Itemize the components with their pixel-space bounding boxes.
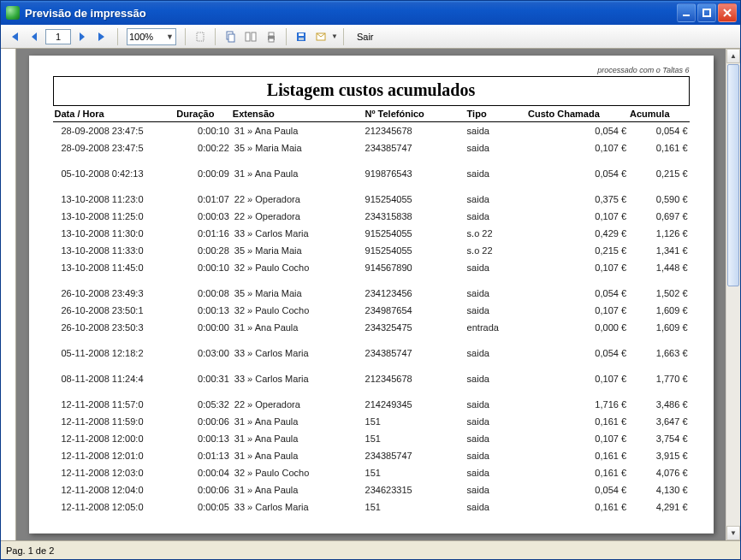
- table-row: 13-10-2008 11:45:00:00:1032 » Paulo Coch…: [53, 259, 690, 276]
- zoom-value: 100%: [129, 32, 153, 42]
- table-row: 12-11-2008 11:57:00:05:3222 » Operadora2…: [53, 396, 690, 413]
- table-row: 12-11-2008 12:05:00:00:0533 » Carlos Mar…: [53, 498, 690, 516]
- svg-rect-9: [269, 38, 274, 42]
- table-header-row: Data / Hora Duração Extensão Nº Telefóni…: [53, 106, 690, 122]
- table-row: 26-10-2008 23:50:10:00:1332 » Paulo Coch…: [53, 302, 690, 319]
- cell-date: 13-10-2008 11:23:0: [53, 191, 175, 208]
- svg-rect-8: [269, 32, 274, 36]
- page-viewport[interactable]: processado com o Taltas 6 Listagem custo…: [16, 49, 726, 540]
- cell-extension: 33 » Carlos Maria: [231, 225, 364, 242]
- prev-page-button[interactable]: [25, 27, 44, 46]
- zoom-select[interactable]: 100% ▼: [127, 28, 176, 45]
- cell-extension: 22 » Operadora: [231, 208, 364, 225]
- report-table: Data / Hora Duração Extensão Nº Telefóni…: [53, 105, 690, 516]
- save-button[interactable]: [292, 27, 311, 46]
- cell-date: 26-10-2008 23:50:3: [53, 319, 175, 336]
- separator: [117, 28, 118, 45]
- separator: [343, 28, 344, 45]
- cell-phone: 212345678: [364, 122, 465, 140]
- cell-accum: 0,161 €: [628, 139, 689, 156]
- cell-extension: 33 » Carlos Maria: [231, 345, 364, 362]
- table-row: 26-10-2008 23:50:30:00:0031 » Ana Paula2…: [53, 319, 690, 336]
- cell-extension: 31 » Ana Paula: [231, 122, 364, 140]
- table-row: 12-11-2008 12:01:00:01:1331 » Ana Paula2…: [53, 447, 690, 464]
- svg-rect-6: [252, 32, 256, 41]
- cell-type: saida: [465, 464, 526, 481]
- cell-accum: 3,754 €: [628, 430, 689, 447]
- scroll-up-button[interactable]: ▲: [726, 49, 740, 63]
- cell-duration: 0:00:28: [175, 242, 230, 259]
- vertical-scrollbar[interactable]: ▲ ▼: [726, 49, 740, 540]
- cell-type: saida: [465, 481, 526, 498]
- cell-type: saida: [465, 285, 526, 302]
- cell-cost: 0,375 €: [526, 191, 628, 208]
- maximize-button[interactable]: [697, 3, 716, 22]
- cell-duration: 0:00:22: [175, 139, 230, 156]
- cell-extension: 33 » Carlos Maria: [231, 370, 364, 387]
- cell-type: s.o 22: [465, 225, 526, 242]
- cell-date: 28-09-2008 23:47:5: [53, 139, 175, 156]
- cell-accum: 1,609 €: [628, 302, 689, 319]
- cell-accum: 1,126 €: [628, 225, 689, 242]
- svg-rect-11: [299, 33, 304, 36]
- next-page-button[interactable]: [73, 27, 92, 46]
- cell-duration: 0:03:00: [175, 345, 230, 362]
- group-gap: [53, 276, 690, 285]
- first-page-button[interactable]: [4, 27, 23, 46]
- cell-phone: 919876543: [364, 165, 465, 182]
- scroll-track[interactable]: [726, 63, 740, 526]
- print-button[interactable]: [262, 27, 281, 46]
- table-row: 05-10-2008 0:42:130:00:0931 » Ana Paula9…: [53, 165, 690, 182]
- copy-button[interactable]: [221, 27, 240, 46]
- print-preview-window: Previsão de impressão 100: [0, 0, 741, 560]
- vertical-ruler: [1, 49, 16, 540]
- cell-extension: 35 » Maria Maia: [231, 242, 364, 259]
- page-number-input[interactable]: [45, 29, 71, 44]
- col-extension: Extensão: [231, 106, 364, 122]
- cell-date: 12-11-2008 12:00:0: [53, 430, 175, 447]
- table-row: 08-11-2008 11:24:40:00:3133 » Carlos Mar…: [53, 370, 690, 387]
- cell-duration: 0:00:08: [175, 285, 230, 302]
- email-button[interactable]: [312, 27, 331, 46]
- cell-duration: 0:00:03: [175, 208, 230, 225]
- minimize-button[interactable]: [677, 3, 696, 22]
- cell-extension: 32 » Paulo Cocho: [231, 302, 364, 319]
- scroll-thumb[interactable]: [727, 64, 739, 286]
- cell-date: 13-10-2008 11:45:0: [53, 259, 175, 276]
- cell-accum: 1,341 €: [628, 242, 689, 259]
- cell-cost: 0,054 €: [526, 481, 628, 498]
- processed-note: processado com o Taltas 6: [53, 66, 690, 74]
- cell-duration: 0:00:10: [175, 259, 230, 276]
- cell-date: 26-10-2008 23:49:3: [53, 285, 175, 302]
- cell-accum: 3,486 €: [628, 396, 689, 413]
- cell-type: entrada: [465, 319, 526, 336]
- cell-accum: 0,590 €: [628, 191, 689, 208]
- cell-type: saida: [465, 345, 526, 362]
- cell-accum: 0,697 €: [628, 208, 689, 225]
- cell-duration: 0:00:06: [175, 413, 230, 430]
- report-page: processado com o Taltas 6 Listagem custo…: [29, 56, 714, 533]
- close-button[interactable]: [718, 3, 737, 22]
- cell-duration: 0:05:32: [175, 396, 230, 413]
- cell-type: saida: [465, 191, 526, 208]
- cell-cost: 0,107 €: [526, 302, 628, 319]
- statusbar: Pag. 1 de 2: [1, 540, 740, 559]
- cell-date: 08-11-2008 11:24:4: [53, 370, 175, 387]
- cell-type: saida: [465, 122, 526, 140]
- one-page-button[interactable]: [191, 27, 210, 46]
- last-page-button[interactable]: [93, 27, 112, 46]
- cell-date: 12-11-2008 12:05:0: [53, 498, 175, 516]
- cell-cost: 0,107 €: [526, 430, 628, 447]
- cell-phone: 234325475: [364, 319, 465, 336]
- cell-duration: 0:01:07: [175, 191, 230, 208]
- scroll-down-button[interactable]: ▼: [726, 526, 740, 540]
- cell-type: saida: [465, 430, 526, 447]
- multi-page-button[interactable]: [241, 27, 260, 46]
- table-row: 05-11-2008 12:18:20:03:0033 » Carlos Mar…: [53, 345, 690, 362]
- dropdown-arrow-icon[interactable]: ▼: [331, 32, 338, 40]
- cell-date: 12-11-2008 11:57:0: [53, 396, 175, 413]
- cell-duration: 0:01:16: [175, 225, 230, 242]
- cell-type: saida: [465, 447, 526, 464]
- cell-cost: 0,107 €: [526, 139, 628, 156]
- exit-button[interactable]: Sair: [349, 29, 382, 44]
